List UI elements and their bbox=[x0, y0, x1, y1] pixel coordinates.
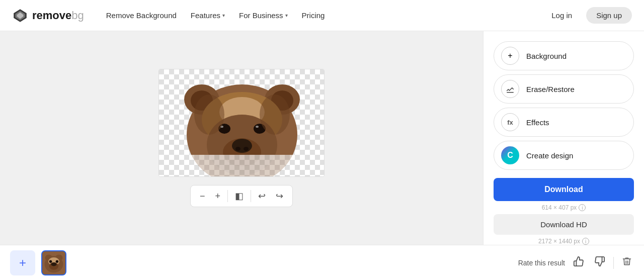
effects-label: Effects bbox=[526, 118, 549, 127]
sidebar: + Background Erase/Restore fx Effects C … bbox=[483, 31, 644, 245]
business-chevron-icon: ▾ bbox=[285, 13, 288, 18]
logo-icon bbox=[12, 8, 28, 24]
svg-rect-26 bbox=[159, 155, 325, 177]
thumbs-up-button[interactable] bbox=[571, 254, 586, 271]
signup-button[interactable]: Sign up bbox=[586, 7, 632, 24]
download-info-icon[interactable]: i bbox=[579, 204, 586, 211]
erase-restore-icon bbox=[501, 80, 519, 98]
undo-button[interactable]: ↩ bbox=[253, 188, 271, 205]
svg-point-18 bbox=[235, 147, 240, 151]
rate-label: Rate this result bbox=[518, 259, 565, 267]
image-canvas bbox=[158, 69, 325, 177]
erase-restore-tool[interactable]: Erase/Restore bbox=[494, 74, 634, 104]
svg-point-34 bbox=[49, 260, 52, 263]
svg-point-19 bbox=[244, 147, 249, 151]
nav-pricing[interactable]: Pricing bbox=[296, 7, 331, 24]
compare-button[interactable]: ◧ bbox=[230, 188, 249, 205]
effects-tool[interactable]: fx Effects bbox=[494, 108, 634, 137]
delete-icon bbox=[622, 256, 632, 266]
delete-button[interactable] bbox=[620, 254, 634, 271]
logo-text: removebg bbox=[32, 9, 84, 22]
toolbar-separator-2 bbox=[251, 190, 251, 202]
rate-separator bbox=[613, 257, 614, 269]
download-button[interactable]: Download bbox=[494, 178, 634, 201]
svg-point-23 bbox=[256, 126, 259, 128]
download-hd-size-info: 2172 × 1440 px i bbox=[494, 238, 634, 245]
download-size-info: 614 × 407 px i bbox=[494, 204, 634, 211]
navbar: removebg Remove Background Features ▾ Fo… bbox=[0, 0, 644, 31]
zoom-out-button[interactable]: − bbox=[195, 188, 210, 205]
thumbs-up-icon bbox=[573, 256, 584, 267]
background-icon: + bbox=[501, 47, 519, 65]
redo-button[interactable]: ↪ bbox=[271, 188, 288, 205]
logo[interactable]: removebg bbox=[12, 8, 84, 24]
effects-icon: fx bbox=[501, 113, 519, 131]
add-image-button[interactable]: + bbox=[10, 250, 35, 275]
image-thumbnail[interactable] bbox=[41, 250, 66, 275]
canvas-area: − + ◧ ↩ ↪ bbox=[0, 31, 483, 245]
create-design-tool[interactable]: C Create design bbox=[494, 141, 634, 170]
create-design-label: Create design bbox=[526, 151, 573, 160]
thumbs-down-icon bbox=[594, 256, 605, 267]
nav-for-business[interactable]: For Business ▾ bbox=[233, 7, 294, 24]
features-chevron-icon: ▾ bbox=[222, 13, 225, 18]
login-button[interactable]: Log in bbox=[543, 7, 580, 24]
background-label: Background bbox=[526, 52, 567, 60]
toolbar-controls: − + ◧ ↩ ↪ bbox=[190, 185, 293, 207]
toolbar-separator-1 bbox=[227, 190, 228, 202]
download-hd-button[interactable]: Download HD bbox=[494, 214, 634, 235]
svg-point-33 bbox=[51, 262, 56, 266]
svg-point-25 bbox=[260, 95, 290, 135]
background-tool[interactable]: + Background bbox=[494, 41, 634, 70]
bear-image bbox=[159, 69, 325, 177]
canva-icon: C bbox=[501, 146, 519, 164]
svg-point-35 bbox=[56, 260, 59, 263]
download-hd-info-icon[interactable]: i bbox=[582, 238, 589, 245]
erase-restore-label: Erase/Restore bbox=[526, 85, 575, 94]
nav-auth: Log in Sign up bbox=[543, 7, 632, 24]
thumbs-down-button[interactable] bbox=[592, 254, 607, 271]
nav-links: Remove Background Features ▾ For Busines… bbox=[100, 7, 527, 24]
zoom-in-button[interactable]: + bbox=[210, 188, 226, 205]
thumbnail-bear-image bbox=[42, 250, 65, 275]
bottom-bar: + Rate this result bbox=[0, 245, 644, 280]
nav-remove-background[interactable]: Remove Background bbox=[100, 7, 183, 24]
download-section: Download 614 × 407 px i Download HD 2172… bbox=[494, 178, 634, 245]
add-icon: + bbox=[19, 256, 26, 270]
rate-section: Rate this result bbox=[518, 254, 634, 271]
main-content: − + ◧ ↩ ↪ + Background Erase/Restore bbox=[0, 31, 644, 245]
svg-point-24 bbox=[194, 95, 224, 135]
svg-point-17 bbox=[232, 139, 252, 153]
nav-features[interactable]: Features ▾ bbox=[185, 7, 231, 24]
